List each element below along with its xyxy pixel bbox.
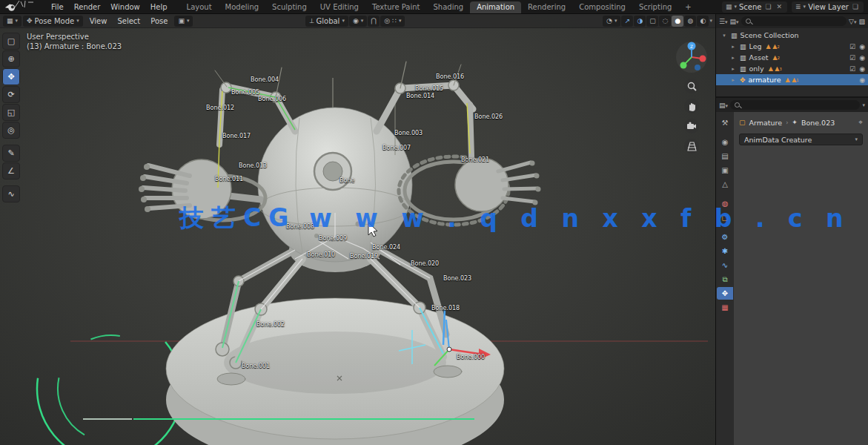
tab-scripting[interactable]: Scripting [632, 1, 678, 13]
chevron-down-icon[interactable]: ▾ [862, 102, 865, 108]
tool-measure[interactable]: ∠ [2, 162, 20, 179]
shading-material-button[interactable]: ◍ [684, 16, 696, 27]
tab-compositing[interactable]: Compositing [572, 1, 632, 13]
properties-tab-output[interactable]: ▤ [717, 150, 733, 162]
twisty-icon[interactable]: ▾ [720, 33, 728, 39]
shading-solid-button[interactable]: ● [672, 16, 683, 27]
twisty-icon[interactable]: ▸ [729, 66, 737, 72]
tab-+[interactable]: + [678, 1, 698, 13]
menu-window[interactable]: Window [105, 3, 145, 11]
tool-transform[interactable]: ◎ [2, 122, 20, 139]
tab-sculpting[interactable]: Sculpting [265, 1, 314, 13]
proportional-edit-dropdown[interactable]: ◎ ∷ ▾ [380, 16, 405, 27]
outliner-editor-icon[interactable]: ☰▾ [719, 18, 728, 25]
exclude-checkbox-icon[interactable]: ☑ [849, 54, 855, 62]
outliner-search-input[interactable] [741, 16, 847, 26]
hide-eye-icon[interactable]: ◉ [859, 54, 865, 62]
editor-type-button[interactable]: ▦ ▾ [3, 16, 21, 27]
twisty-icon[interactable]: ▸ [729, 44, 737, 50]
xray-toggle[interactable]: ▢ [646, 16, 658, 27]
properties-tab-texture[interactable]: ▦ [717, 301, 733, 314]
outliner-display-mode-icon[interactable]: ▤▾ [730, 18, 739, 25]
tab-uv-editing[interactable]: UV Editing [314, 1, 365, 13]
menu-file[interactable]: File [46, 3, 69, 11]
tool-annotate[interactable]: ✎ [2, 145, 20, 162]
new-layer-icon[interactable]: ❏ [851, 3, 860, 10]
perspective-toggle-control[interactable] [684, 139, 699, 154]
outliner-row-asset[interactable]: ▸▥Asset▲₂☑◉ [716, 52, 868, 63]
outliner-row-armature[interactable]: ▸✥armature▲ ▲₁◉ [716, 74, 868, 85]
datablock-name-field[interactable]: AnimData Creature ▾ [739, 134, 863, 145]
right-gatling-gun[interactable] [399, 156, 541, 225]
transform-orientation-dropdown[interactable]: ⟂ Global ▾ [305, 16, 348, 27]
hide-eye-icon[interactable]: ◉ [859, 43, 865, 50]
unlink-scene-icon[interactable]: ✕ [775, 3, 784, 10]
row-toggles: ☑◉ [849, 54, 865, 62]
snap-toggle[interactable]: ⋂ [368, 16, 380, 27]
navigation-gizmo[interactable]: Z [675, 41, 708, 73]
outliner-options-icon[interactable]: ▨ [858, 18, 865, 25]
properties-tab-world[interactable]: ◍ [717, 197, 733, 210]
camera-view-control[interactable] [684, 119, 699, 134]
tool-rotate[interactable]: ⟳ [2, 86, 20, 103]
twisty-icon[interactable]: ▸ [729, 55, 737, 61]
tool-cursor[interactable]: ⊕ [2, 50, 20, 67]
breadcrumb-bone[interactable]: Bone.023 [801, 119, 835, 127]
shading-wireframe-button[interactable]: ◌ [659, 16, 671, 27]
mode-dropdown[interactable]: ✥ Pose Mode ▾ [23, 16, 83, 27]
pivot-point-dropdown[interactable]: ◉ ▾ [349, 16, 367, 27]
tab-animation[interactable]: Animation [470, 1, 521, 13]
properties-tab-scene[interactable]: △ [717, 178, 733, 191]
new-scene-icon[interactable]: ❏ [763, 3, 772, 10]
properties-tab-particles[interactable]: ✱ [717, 245, 733, 257]
exclude-checkbox-icon[interactable]: ☑ [849, 43, 855, 50]
viewport-3d[interactable]: ▦ ▾ ✥ Pose Mode ▾ ViewSelectPose ▣ ▾ ⟂ G… [0, 14, 715, 445]
outliner-row-scene-collection[interactable]: ▾▥Scene Collection [716, 30, 868, 41]
tool-move[interactable]: ✥ [2, 68, 20, 85]
properties-tab-view-layer[interactable]: ▣ [717, 164, 733, 177]
show-overlays-toggle[interactable]: ◑ [634, 16, 646, 27]
tab-texture-paint[interactable]: Texture Paint [365, 1, 427, 13]
breadcrumb-object[interactable]: Armature [749, 119, 783, 127]
outliner-row-only[interactable]: ▸▥only▲ ▲₃☑◉ [716, 63, 868, 74]
properties-tab-object[interactable]: ▢ [717, 211, 733, 224]
shading-options-chevron[interactable]: ▾ [709, 18, 712, 24]
viewport-menu-view[interactable]: View [85, 17, 113, 25]
properties-tab-constraints[interactable]: ⧉ [717, 273, 733, 286]
shading-rendered-button[interactable]: ◐ [697, 16, 709, 27]
output-icon: ▤ [721, 152, 728, 160]
twisty-icon[interactable]: ▸ [729, 77, 737, 83]
hide-eye-icon[interactable]: ◉ [859, 65, 865, 73]
pin-icon[interactable]: ⌖ [858, 118, 863, 127]
properties-search-input[interactable] [730, 100, 860, 110]
mode-options-button[interactable]: ▣ ▾ [174, 16, 193, 27]
properties-tab-bone-data[interactable]: ✥ [717, 287, 733, 300]
outliner-row-leg[interactable]: ▸▥Leg▲ ▲₂☑◉ [716, 41, 868, 52]
tool-scale[interactable]: ◱ [2, 104, 20, 121]
viewport-3d-scene[interactable] [0, 14, 715, 445]
filter-icon[interactable]: ▽▾ [849, 18, 856, 25]
zoom-control[interactable] [684, 79, 699, 93]
viewport-menu-pose[interactable]: Pose [145, 17, 173, 25]
hide-eye-icon[interactable]: ◉ [859, 76, 865, 84]
menu-help[interactable]: Help [145, 3, 173, 11]
properties-tab-modifiers[interactable]: ⚙ [717, 231, 733, 243]
visibility-dropdown[interactable]: ◔ ▾ [603, 16, 620, 27]
properties-tab-tool[interactable]: ⚒ [717, 116, 733, 129]
scene-selector[interactable]: ▦ ▾ Scene ❏ ✕ [722, 1, 787, 13]
exclude-checkbox-icon[interactable]: ☑ [849, 65, 855, 73]
viewport-menu-select[interactable]: Select [112, 17, 145, 25]
tab-modeling[interactable]: Modeling [219, 1, 266, 13]
properties-tab-physics[interactable]: ∿ [717, 259, 733, 271]
menu-render[interactable]: Render [69, 3, 106, 11]
view-layer-selector[interactable]: ≣ ▾ View Layer ❏ [792, 1, 864, 13]
tab-layout[interactable]: Layout [180, 1, 219, 13]
tool-pose-breakdowner[interactable]: ∿ [2, 185, 20, 202]
properties-tab-render[interactable]: ◉ [717, 136, 733, 148]
tool-select-box[interactable]: ▢ [2, 33, 20, 50]
pan-control[interactable] [684, 99, 699, 113]
tab-shading[interactable]: Shading [427, 1, 471, 13]
properties-editor-icon[interactable]: ▤▾ [719, 102, 728, 109]
show-gizmo-toggle[interactable]: ↗ [621, 16, 633, 27]
tab-rendering[interactable]: Rendering [521, 1, 572, 13]
